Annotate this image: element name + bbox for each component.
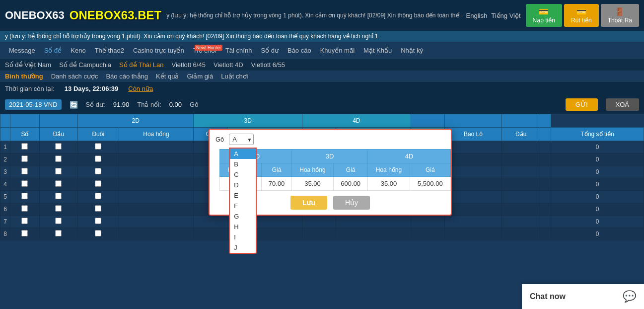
clear-button[interactable]: XOÁ — [606, 98, 639, 111]
cell-data — [411, 216, 444, 228]
nav-message[interactable]: Message — [5, 42, 39, 59]
nav-tro-choi[interactable]: Trò chơi New! Hunter — [189, 42, 220, 59]
checkbox-1[interactable] — [55, 205, 62, 212]
subnav-vl55[interactable]: Vietlott 6/55 — [251, 61, 285, 69]
checkbox-2[interactable] — [95, 205, 101, 212]
checkbox-0[interactable] — [21, 205, 28, 212]
dropdown-item-h[interactable]: H — [230, 222, 256, 232]
popup-sub-hh3d: Hoa hồng — [291, 163, 333, 177]
checkbox-1[interactable] — [55, 155, 62, 162]
cell-cb — [77, 141, 119, 154]
checkbox-2[interactable] — [95, 155, 101, 162]
subnav-cp[interactable]: Số đề Campuchia — [59, 61, 111, 69]
checkbox-2[interactable] — [95, 218, 101, 224]
deposit-icon: 💳 — [539, 7, 549, 16]
popup-th-3d: 3D — [291, 150, 368, 163]
checkbox-0[interactable] — [21, 143, 28, 150]
checkbox-2[interactable] — [95, 193, 101, 199]
checkbox-1[interactable] — [55, 168, 62, 174]
logout-button[interactable]: 🚪 Thoát Ra — [601, 4, 639, 27]
subnav2-bc-thang[interactable]: Báo cáo thắng — [106, 73, 148, 80]
cell-cb — [77, 154, 119, 166]
checkbox-0[interactable] — [21, 230, 28, 236]
col-bao-lo — [411, 114, 444, 128]
dropdown-item-e[interactable]: E — [230, 190, 256, 201]
cell-cb — [39, 216, 77, 228]
checkbox-1[interactable] — [55, 230, 62, 236]
dropdown-item-b[interactable]: B — [230, 159, 256, 169]
cell-data — [502, 216, 540, 228]
row-num: 1 — [0, 141, 10, 154]
dropdown-item-c[interactable]: C — [230, 169, 256, 180]
checkbox-2[interactable] — [95, 230, 101, 236]
subnav-vl45[interactable]: Vietlott 6/45 — [172, 61, 206, 69]
checkbox-1[interactable] — [55, 180, 62, 187]
checkbox-2[interactable] — [95, 168, 101, 174]
col-empty2 — [10, 114, 40, 128]
nav-mat-khau[interactable]: Mật Khẩu — [359, 42, 396, 59]
subnav-vl4d[interactable]: Vietlott 4D — [214, 61, 243, 69]
dropdown-item-a[interactable]: A — [230, 149, 256, 159]
th-duoi: Đuôi — [77, 128, 119, 141]
refresh-button[interactable]: 🔄 — [70, 101, 78, 109]
nav-tai-chinh[interactable]: Tài chính — [221, 42, 256, 59]
table-row: 70 — [0, 216, 644, 228]
cell-data — [540, 154, 551, 166]
save-button[interactable]: Lưu — [290, 196, 327, 210]
dropdown-item-i[interactable]: I — [230, 232, 256, 242]
subnav2-binh-thuong[interactable]: Bình thường — [5, 73, 43, 80]
subnav2-luat-choi[interactable]: Luật chơi — [221, 73, 248, 80]
checkbox-2[interactable] — [95, 143, 101, 150]
checkbox-0[interactable] — [21, 180, 28, 187]
withdraw-button[interactable]: 💳 Rút tiền — [564, 4, 599, 27]
cell-data — [540, 166, 551, 178]
subnav2-ds-cuoc[interactable]: Danh sách cược — [51, 73, 98, 80]
cell-data — [502, 228, 540, 240]
nav-keno[interactable]: Keno — [67, 42, 89, 59]
main-area: 2D 3D 4D Số Đầu Đuôi Hoa hồng Giá Hoa hồ… — [0, 114, 644, 309]
send-button[interactable]: GỬI — [566, 98, 598, 111]
dropdown-item-g[interactable]: G — [230, 211, 256, 222]
dropdown-item-j[interactable]: J — [230, 242, 256, 253]
balance-value: 91.90 — [113, 101, 130, 108]
checkbox-1[interactable] — [55, 143, 62, 150]
checkbox-1[interactable] — [55, 218, 62, 224]
nav-casino[interactable]: Casino trực tuyến — [129, 42, 188, 59]
checkbox-0[interactable] — [21, 218, 28, 224]
checkbox-0[interactable] — [21, 155, 28, 162]
cell-cb — [10, 141, 40, 154]
popup-select-wrapper: A ▼ A B C D E F G H I J — [229, 134, 254, 145]
subnav2-ket-qua[interactable]: Kết quả — [156, 73, 179, 80]
nav-bao-cao[interactable]: Báo cáo — [284, 42, 315, 59]
th-stt — [0, 128, 10, 141]
nav-nhat-ky[interactable]: Nhật ký — [397, 42, 427, 59]
lang-vietnamese[interactable]: Tiếng Việt — [491, 12, 520, 19]
chat-widget[interactable]: Chat now 💬 — [522, 284, 644, 309]
popup-select[interactable]: A — [229, 134, 254, 145]
nav-so-de[interactable]: Số đề — [40, 42, 66, 59]
chat-icon: 💬 — [623, 290, 636, 303]
deposit-button[interactable]: 💳 Nạp tiền — [526, 4, 562, 27]
lang-english[interactable]: English — [466, 12, 488, 19]
cell-data — [194, 228, 227, 240]
timer-link[interactable]: Còn nữa — [128, 85, 153, 92]
table-row: 80 — [0, 228, 644, 240]
nav-khuyen-mai[interactable]: Khuyến mãi — [316, 42, 358, 59]
nav-so-du[interactable]: Số dư — [257, 42, 283, 59]
checkbox-0[interactable] — [21, 193, 28, 199]
checkbox-2[interactable] — [95, 180, 101, 187]
timer-value: 13 Days, 22:06:39 — [65, 85, 118, 92]
cell-data — [444, 141, 502, 154]
subnav2-giam-gia[interactable]: Giảm giá — [187, 73, 213, 80]
dropdown-item-d[interactable]: D — [230, 180, 256, 190]
checkbox-1[interactable] — [55, 193, 62, 199]
nav-the-thao[interactable]: Thể thao2 — [91, 42, 128, 59]
checkbox-0[interactable] — [21, 168, 28, 174]
cancel-button[interactable]: Hủy — [333, 196, 370, 210]
subnav-vn[interactable]: Số đề Việt Nam — [5, 61, 51, 69]
subnav-tl[interactable]: Số đề Thái Lan — [119, 61, 163, 69]
cell-data — [502, 141, 540, 154]
chat-label: Chat now — [530, 292, 566, 301]
dropdown-item-f[interactable]: F — [230, 201, 256, 211]
cell-cb — [39, 203, 77, 216]
